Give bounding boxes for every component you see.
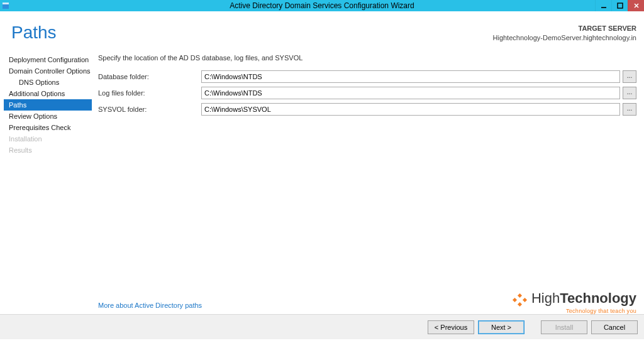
- next-button[interactable]: Next >: [478, 320, 525, 334]
- cancel-button[interactable]: Cancel: [591, 320, 638, 334]
- step-additional-options[interactable]: Additional Options: [4, 88, 92, 99]
- brand-name: HighTechnology: [531, 290, 636, 306]
- sysvol-folder-label: SYSVOL folder:: [98, 106, 201, 113]
- instruction-text: Specify the location of the AD DS databa…: [98, 54, 636, 62]
- titlebar: Active Directory Domain Services Configu…: [0, 0, 644, 11]
- window-controls: [595, 0, 644, 11]
- main-panel: Specify the location of the AD DS databa…: [93, 50, 644, 314]
- logfiles-folder-browse-button[interactable]: ...: [623, 87, 636, 99]
- watermark-logo: HighTechnology Technology that teach you: [512, 290, 636, 314]
- app-icon: [1, 1, 10, 10]
- database-folder-label: Database folder:: [98, 73, 201, 80]
- sysvol-folder-input[interactable]: [201, 103, 620, 116]
- window-title: Active Directory Domain Services Configu…: [0, 1, 644, 10]
- maximize-button[interactable]: [611, 0, 628, 11]
- sysvol-folder-browse-button[interactable]: ...: [623, 103, 636, 116]
- install-button: Install: [541, 320, 587, 334]
- previous-button[interactable]: < Previous: [428, 320, 474, 334]
- step-installation: Installation: [4, 133, 92, 144]
- footer: < Previous Next > Install Cancel: [0, 314, 644, 339]
- more-about-paths-link[interactable]: More about Active Directory paths: [98, 302, 202, 309]
- page-title: Paths: [11, 23, 57, 43]
- step-paths[interactable]: Paths: [4, 99, 92, 111]
- field-row-database: Database folder: ...: [98, 70, 636, 83]
- brand-mark-icon: [512, 294, 528, 308]
- target-server-box: TARGET SERVER Hightechnology-DemoServer.…: [493, 23, 637, 43]
- step-deployment-configuration[interactable]: Deployment Configuration: [4, 54, 92, 65]
- svg-rect-1: [3, 3, 9, 4]
- header: Paths TARGET SERVER Hightechnology-DemoS…: [0, 11, 644, 50]
- step-review-options[interactable]: Review Options: [4, 111, 92, 122]
- wizard-steps-sidebar: Deployment Configuration Domain Controll…: [0, 50, 93, 314]
- svg-rect-3: [618, 3, 623, 8]
- logfiles-folder-label: Log files folder:: [98, 89, 201, 97]
- step-dns-options[interactable]: DNS Options: [4, 77, 92, 88]
- step-prerequisites-check[interactable]: Prerequisites Check: [4, 122, 92, 133]
- database-folder-browse-button[interactable]: ...: [623, 70, 636, 83]
- database-folder-input[interactable]: [201, 70, 620, 83]
- brand-tagline: Technology that teach you: [512, 308, 636, 314]
- close-button[interactable]: [628, 0, 644, 11]
- body: Deployment Configuration Domain Controll…: [0, 50, 644, 314]
- field-row-sysvol: SYSVOL folder: ...: [98, 103, 636, 116]
- field-row-logfiles: Log files folder: ...: [98, 87, 636, 99]
- logfiles-folder-input[interactable]: [201, 87, 620, 99]
- step-results: Results: [4, 144, 92, 156]
- minimize-button[interactable]: [595, 0, 611, 11]
- step-domain-controller-options[interactable]: Domain Controller Options: [4, 65, 92, 77]
- target-server-label: TARGET SERVER: [493, 24, 637, 33]
- target-server-value: Hightechnology-DemoServer.hightechnology…: [493, 33, 637, 43]
